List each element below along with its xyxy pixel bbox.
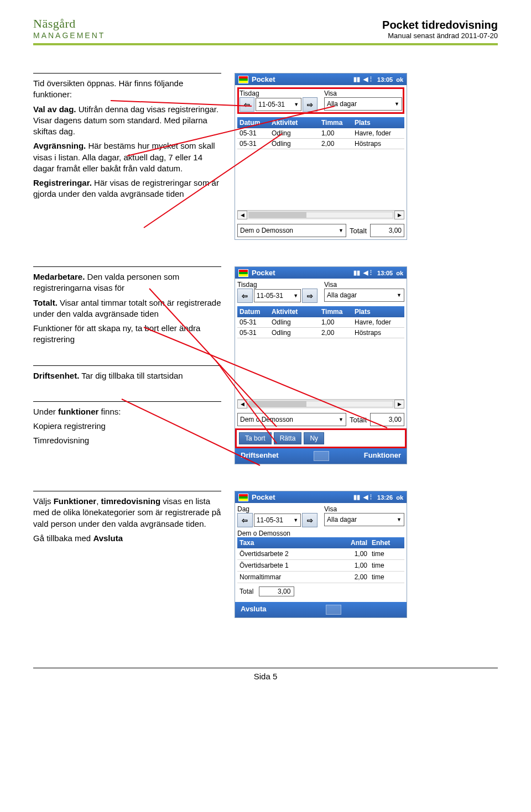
start-flag-icon[interactable] — [238, 76, 248, 83]
new-button[interactable]: Ny — [304, 432, 324, 444]
phone-titlebar: Pocket ▮▮ ◀⋮ 13:26 ok — [235, 491, 407, 503]
visa-dropdown[interactable]: Alla dagar▼ — [324, 97, 402, 111]
speaker-icon: ◀⋮ — [363, 494, 374, 501]
signal-icon: ▮▮ — [353, 76, 360, 83]
date-dropdown[interactable]: 11-05-31▼ — [254, 289, 301, 302]
signal-icon: ▮▮ — [353, 269, 360, 276]
page-number: Sida 5 — [254, 672, 278, 681]
menu-funktioner[interactable]: Funktioner — [364, 451, 401, 461]
horizontal-scrollbar[interactable]: ◀ ▶ — [237, 399, 404, 408]
section2-p3: Funktioner för att skapa ny, ta bort ell… — [33, 323, 221, 345]
ok-button[interactable]: ok — [396, 76, 403, 83]
horizontal-scrollbar[interactable]: ◀ ▶ — [237, 210, 404, 219]
date-dropdown[interactable]: 11-05-31▼ — [256, 98, 301, 111]
section2-p1: Medarbetare. Den valda personen som regi… — [33, 271, 221, 294]
prev-day-button[interactable]: ⇦ — [240, 97, 254, 112]
logo-top: Näsgård — [33, 17, 105, 31]
next-day-button[interactable]: ⇨ — [302, 513, 317, 527]
ok-button[interactable]: ok — [396, 494, 403, 501]
section1-p1: Val av dag. Utifrån denna dag visas regi… — [33, 104, 221, 138]
table-row[interactable]: 05-31Odling1,00Havre, foder — [237, 128, 404, 139]
total-field: 3,00 — [370, 224, 404, 237]
menu-avsluta[interactable]: Avsluta — [241, 605, 266, 615]
chevron-down-icon: ▼ — [293, 293, 298, 298]
section2-p2: Totalt. Visar antal timmar totalt som är… — [33, 297, 221, 320]
day-label: Tisdag — [237, 281, 317, 289]
chevron-down-icon: ▼ — [397, 517, 402, 522]
section3-p4: Timredovisning — [33, 435, 221, 446]
section1-intro: Tid översikten öppnas. Här finns följand… — [33, 78, 221, 101]
table-row[interactable]: 05-31Odling2,00Höstraps — [237, 139, 404, 149]
phone-screenshot-1: Pocket ▮▮ ◀⋮ 13:05 ok Tisdag ⇦ — [235, 73, 407, 240]
menu-driftsenhet[interactable]: Driftsenhet — [241, 451, 279, 461]
total-row: Total 3,00 — [237, 583, 404, 600]
scroll-right-icon[interactable]: ▶ — [394, 211, 404, 219]
page-header: Näsgård MANAGEMENT Pocket tidredovisning… — [33, 17, 498, 45]
section4-p1: Väljs Funktioner, timredovisning visas e… — [33, 496, 221, 530]
person-dropdown[interactable]: Dem o Demosson▼ — [237, 413, 346, 426]
clock-text: 13:05 — [377, 76, 393, 83]
table-row[interactable]: 05-31Odling1,00Havre, foder — [237, 317, 404, 328]
chevron-down-icon: ▼ — [397, 292, 402, 298]
visa-label: Visa — [324, 281, 404, 289]
prev-day-button[interactable]: ⇦ — [237, 289, 253, 303]
chevron-down-icon: ▼ — [339, 228, 343, 233]
table-row[interactable]: Övertidsarbete 11,00time — [237, 560, 404, 572]
visa-label: Visa — [324, 505, 404, 513]
phone-titlebar: Pocket ▮▮ ◀⋮ 13:05 ok — [235, 74, 407, 85]
ok-button[interactable]: ok — [396, 270, 403, 276]
keyboard-icon[interactable] — [314, 451, 329, 461]
prev-day-button[interactable]: ⇦ — [237, 513, 253, 527]
phone-screenshot-2: Pocket ▮▮ ◀⋮ 13:05 ok Tisdag ⇦ — [235, 266, 407, 464]
phone-screenshot-3: Pocket ▮▮ ◀⋮ 13:26 ok Dag ⇦ — [235, 491, 407, 618]
scroll-right-icon[interactable]: ▶ — [394, 400, 404, 408]
delete-button[interactable]: Ta bort — [239, 432, 272, 444]
keyboard-icon[interactable] — [326, 605, 341, 615]
start-flag-icon[interactable] — [238, 269, 248, 277]
app-name: Pocket — [252, 269, 275, 277]
phone-titlebar: Pocket ▮▮ ◀⋮ 13:05 ok — [235, 267, 407, 279]
section-2: Medarbetare. Den valda personen som regi… — [33, 266, 498, 464]
next-day-button[interactable]: ⇨ — [303, 97, 317, 112]
section3-p3: Kopiera registrering — [33, 421, 221, 432]
section1-p2: Avgränsning. Här bestäms hur mycket som … — [33, 140, 221, 174]
chevron-down-icon: ▼ — [293, 517, 298, 523]
edit-button[interactable]: Rätta — [274, 432, 302, 444]
section3-p2: Under funktioner finns: — [33, 406, 221, 417]
chevron-down-icon: ▼ — [294, 102, 299, 107]
table-row[interactable]: Normaltimmar2,00time — [237, 572, 404, 583]
table-row[interactable]: Övertidsarbete 21,00time — [237, 548, 404, 560]
day-label: Tisdag — [240, 90, 317, 97]
page-title: Pocket tidredovisning — [382, 19, 498, 32]
app-name: Pocket — [252, 75, 275, 83]
scroll-left-icon[interactable]: ◀ — [237, 211, 247, 219]
total-label: Totalt — [350, 227, 367, 235]
next-day-button[interactable]: ⇨ — [302, 289, 317, 303]
app-name: Pocket — [252, 493, 275, 501]
clock-text: 13:26 — [377, 494, 393, 501]
date-dropdown[interactable]: 11-05-31▼ — [254, 514, 301, 527]
visa-dropdown[interactable]: Alla dagar▼ — [324, 289, 404, 302]
chevron-down-icon: ▼ — [339, 417, 343, 422]
visa-label: Visa — [324, 90, 402, 97]
top-controls-highlight: Tisdag ⇦ 11-05-31▼ ⇨ Visa — [237, 87, 404, 114]
grid-header: Datum Aktivitet Timma Plats — [237, 306, 404, 317]
section1-p3: Registreringar. Här visas de registrerin… — [33, 177, 221, 200]
taxa-header: Taxa Antal Enhet — [237, 537, 404, 548]
start-flag-icon[interactable] — [238, 494, 248, 501]
scroll-left-icon[interactable]: ◀ — [237, 400, 247, 408]
section-1: Tid översikten öppnas. Här finns följand… — [33, 73, 498, 240]
chevron-down-icon: ▼ — [394, 101, 399, 107]
person-dropdown[interactable]: Dem o Demosson▼ — [237, 224, 346, 237]
phone-menubar: Driftsenhet Funktioner — [235, 448, 407, 464]
section3-p1: Driftsenhet. Tar dig tillbaka till start… — [33, 370, 221, 381]
logo: Näsgård MANAGEMENT — [33, 17, 105, 40]
speaker-icon: ◀⋮ — [363, 76, 374, 83]
table-row[interactable]: 05-31Odling2,00Höstraps — [237, 328, 404, 338]
signal-icon: ▮▮ — [353, 494, 360, 501]
person-label: Dem o Demosson — [237, 530, 404, 537]
total-field: 3,00 — [370, 413, 404, 426]
visa-dropdown[interactable]: Alla dagar▼ — [324, 513, 404, 526]
grid-header: Datum Aktivitet Timma Plats — [237, 117, 404, 128]
section-4: Väljs Funktioner, timredovisning visas e… — [33, 491, 498, 618]
